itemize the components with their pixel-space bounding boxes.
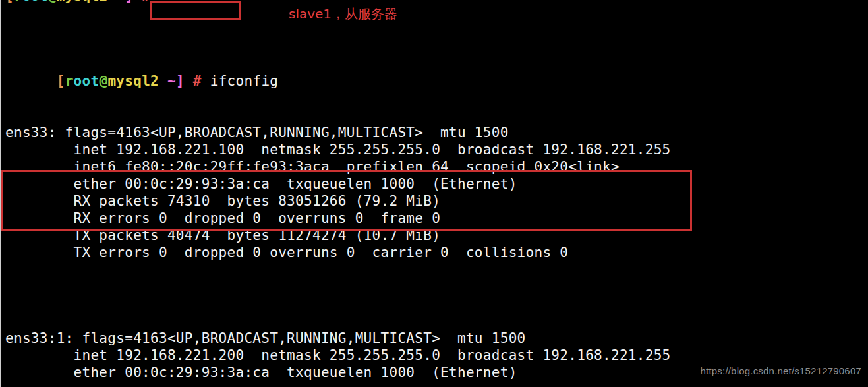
prompt-segment: oot — [74, 73, 100, 89]
prompt-segment: @ — [99, 73, 107, 89]
prompt-segment: ~] — [159, 73, 193, 89]
prompt-line: [root@mysql2 ~] # ifconfig — [5, 55, 671, 73]
terminal-line: inet 192.168.221.200 netmask 255.255.255… — [5, 347, 671, 364]
terminal-line: ens33:1: flags=4163<UP,BROADCAST,RUNNING… — [5, 330, 671, 347]
ens33-1-interface-block: ens33:1: flags=4163<UP,BROADCAST,RUNNING… — [5, 330, 671, 381]
prompt-segment: ~] — [107, 0, 142, 3]
prompt-segment: mysql2 — [57, 0, 108, 3]
ens33-1-highlight-box — [1, 170, 692, 231]
annotation-text: slave1，从服务器 — [289, 5, 397, 23]
prompt-segment: @ — [48, 0, 57, 3]
terminal-line: ether 00:0c:29:93:3a:ca txqueuelen 1000 … — [5, 364, 671, 381]
prompt-segment: oot — [22, 0, 48, 3]
terminal-line: inet 192.168.221.100 netmask 255.255.255… — [5, 141, 671, 158]
previous-line-fragment: [root@mysql2 ~] # — [5, 0, 159, 3]
terminal-screen[interactable]: [root@mysql2 ~] # [root@mysql2 ~] # ifco… — [0, 0, 868, 387]
previous-prompt-clipped: [root@mysql2 ~] # — [5, 0, 159, 3]
ifconfig-command: ifconfig — [210, 73, 279, 89]
watermark-url: https://blog.csdn.net/s15212790607 — [701, 365, 862, 376]
shell-prompt: [root@mysql2 ~] # — [57, 73, 210, 89]
prompt-segment: [ — [57, 73, 65, 89]
ifconfig-highlight-box — [150, 1, 241, 20]
prompt-segment: [ — [5, 0, 14, 3]
prompt-segment: # — [193, 73, 210, 89]
window-edge — [0, 0, 1, 387]
prompt-segment: r — [65, 73, 74, 89]
prompt-segment: r — [14, 0, 22, 3]
terminal-line: ens33: flags=4163<UP,BROADCAST,RUNNING,M… — [5, 124, 671, 141]
terminal-line: TX errors 0 dropped 0 overruns 0 carrier… — [5, 244, 671, 261]
prompt-segment: mysql2 — [107, 73, 159, 89]
